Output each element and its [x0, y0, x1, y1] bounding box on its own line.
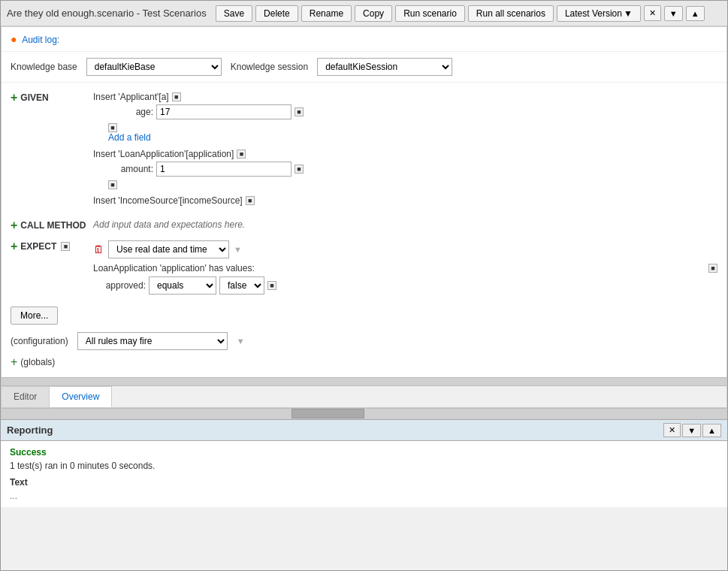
copy-button[interactable]: Copy — [355, 5, 392, 22]
latest-version-button[interactable]: Latest Version ▼ — [557, 5, 641, 22]
call-method-add-icon[interactable]: + — [11, 219, 17, 231]
kb-select[interactable]: defaultKieBase — [86, 58, 222, 76]
date-icon: 🗓 — [93, 243, 104, 255]
expect-values-label: LoanApplication 'application' has values… — [93, 263, 705, 273]
amount-expand-icon[interactable]: ■ — [295, 165, 304, 174]
config-chevron-icon: ▼ — [237, 337, 245, 346]
more-button[interactable]: More... — [11, 307, 58, 325]
globals-row: + (globals) — [2, 353, 726, 371]
approved-expand-icon[interactable]: ■ — [267, 281, 276, 290]
call-method-label-text: CALL METHOD — [20, 220, 86, 231]
tab-editor[interactable]: Editor — [2, 386, 50, 407]
page-title: Are they old enough.scenario - Test Scen… — [7, 8, 207, 19]
applicant-separator-row: ■ — [108, 122, 717, 132]
call-method-label: + CALL METHOD — [11, 219, 93, 231]
age-field-row: age: ■ — [108, 104, 717, 119]
insert-applicant-label: Insert 'Applicant'[a] — [93, 92, 169, 102]
approved-row: approved: equals not equals is null is n… — [93, 276, 717, 295]
approved-label: approved: — [93, 280, 146, 291]
amount-field-row: amount: ■ — [108, 162, 717, 177]
reporting-collapse-btn[interactable]: ▼ — [682, 424, 701, 437]
age-input[interactable] — [156, 104, 292, 119]
config-select[interactable]: All rules may fire Fire rule named Fire … — [77, 332, 228, 350]
audit-log-label: Audit log: — [22, 35, 59, 45]
given-label-text: GIVEN — [20, 92, 48, 103]
latest-version-label: Latest Version — [565, 8, 622, 19]
datetime-select[interactable]: Use real date and time Use fixed date an… — [108, 240, 229, 258]
expect-content: 🗓 Use real date and time Use fixed date … — [93, 240, 717, 299]
ks-label: Knowledge session — [231, 62, 308, 72]
bottom-scrollbar[interactable] — [2, 408, 726, 418]
expect-values-expand-icon[interactable]: ■ — [708, 264, 717, 273]
insert-income-label: Insert 'IncomeSource'[incomeSource] — [93, 195, 243, 206]
tab-overview-label: Overview — [62, 391, 99, 402]
reporting-body: Success 1 test(s) ran in 0 minutes 0 sec… — [1, 441, 727, 507]
scenario-body: + GIVEN Insert 'Applicant'[a] ■ age: ■ — [2, 83, 726, 377]
insert-loan-block: Insert 'LoanApplication'[application] ■ … — [93, 149, 717, 189]
run-all-button[interactable]: Run all scenarios — [468, 5, 554, 22]
approved-value-select[interactable]: false true — [219, 276, 264, 295]
insert-loan-header: Insert 'LoanApplication'[application] ■ — [93, 149, 717, 159]
audit-log-row: ● Audit log: — [2, 27, 726, 52]
ks-select[interactable]: defaultKieSession — [317, 58, 452, 76]
insert-applicant-header: Insert 'Applicant'[a] ■ — [93, 92, 717, 102]
expect-values-header: LoanApplication 'application' has values… — [93, 263, 717, 273]
expect-label-text: EXPECT — [20, 241, 56, 252]
delete-button[interactable]: Delete — [255, 5, 298, 22]
reporting-section: Reporting ✕ ▼ ▲ Success 1 test(s) ran in… — [1, 419, 727, 507]
given-label: + GIVEN — [11, 92, 93, 104]
globals-add-icon[interactable]: + — [11, 356, 17, 368]
save-button[interactable]: Save — [216, 5, 252, 22]
rename-button[interactable]: Rename — [301, 5, 352, 22]
reporting-header: Reporting ✕ ▼ ▲ — [1, 419, 727, 441]
add-field-link[interactable]: Add a field — [108, 132, 151, 143]
age-label: age: — [108, 107, 153, 117]
amount-input[interactable] — [156, 162, 292, 177]
scroll-handle[interactable] — [292, 409, 364, 418]
main-content: ● Audit log: Knowledge base defaultKieBa… — [1, 26, 727, 419]
amount-label: amount: — [108, 164, 153, 174]
expect-expand-icon[interactable]: ■ — [61, 242, 70, 251]
expand-income-icon[interactable]: ■ — [246, 196, 255, 205]
audit-dot-icon: ● — [11, 33, 17, 45]
expect-label: + EXPECT ■ — [11, 240, 93, 252]
dots-text: ... — [10, 491, 718, 501]
chevron-down-small-icon: ▼ — [234, 245, 242, 254]
loan-separator-row: ■ — [108, 179, 717, 189]
config-label: (configuration) — [11, 336, 68, 346]
horizontal-scrollbar[interactable] — [2, 377, 726, 386]
audit-log-link[interactable]: ● Audit log: — [11, 35, 59, 45]
expect-values-block: LoanApplication 'application' has values… — [93, 263, 717, 295]
expect-section: + EXPECT ■ 🗓 Use real date and time Use … — [2, 237, 726, 302]
reporting-title: Reporting — [7, 424, 662, 436]
kb-label: Knowledge base — [11, 62, 77, 72]
expand-loan-icon[interactable]: ■ — [237, 150, 246, 159]
given-add-icon[interactable]: + — [11, 92, 17, 104]
text-header: Text — [10, 477, 718, 488]
loan-bottom-icon[interactable]: ■ — [108, 180, 117, 189]
run-scenario-button[interactable]: Run scenario — [395, 5, 465, 22]
title-bar: Are they old enough.scenario - Test Scen… — [1, 1, 727, 26]
datetime-row: 🗓 Use real date and time Use fixed date … — [93, 240, 717, 258]
age-expand-icon[interactable]: ■ — [295, 107, 304, 116]
insert-income-header: Insert 'IncomeSource'[incomeSource] ■ — [93, 195, 717, 206]
collapse-button[interactable]: ▼ — [664, 6, 683, 21]
expand-applicant-icon[interactable]: ■ — [172, 92, 181, 101]
insert-applicant-block: Insert 'Applicant'[a] ■ age: ■ ■ Add a f… — [93, 92, 717, 143]
tab-overview[interactable]: Overview — [50, 386, 112, 407]
chevron-down-icon: ▼ — [624, 8, 633, 19]
call-method-section: + CALL METHOD Add input data and expecta… — [2, 216, 726, 234]
call-method-placeholder: Add input data and expectations here. — [93, 216, 245, 233]
ran-text: 1 test(s) ran in 0 minutes 0 seconds. — [10, 461, 718, 471]
applicant-bottom-icon[interactable]: ■ — [108, 123, 117, 132]
reporting-close-btn[interactable]: ✕ — [663, 423, 681, 437]
expand-button[interactable]: ▲ — [686, 6, 705, 21]
kb-row: Knowledge base defaultKieBase Knowledge … — [2, 52, 726, 83]
close-button[interactable]: ✕ — [644, 5, 661, 21]
reporting-expand-btn[interactable]: ▲ — [702, 424, 721, 437]
expect-add-icon[interactable]: + — [11, 240, 17, 252]
approved-operator-select[interactable]: equals not equals is null is not null — [149, 276, 216, 295]
call-method-content: Add input data and expectations here. — [93, 219, 717, 230]
tabs-bar: Editor Overview — [2, 386, 726, 408]
insert-income-block: Insert 'IncomeSource'[incomeSource] ■ — [93, 195, 717, 206]
